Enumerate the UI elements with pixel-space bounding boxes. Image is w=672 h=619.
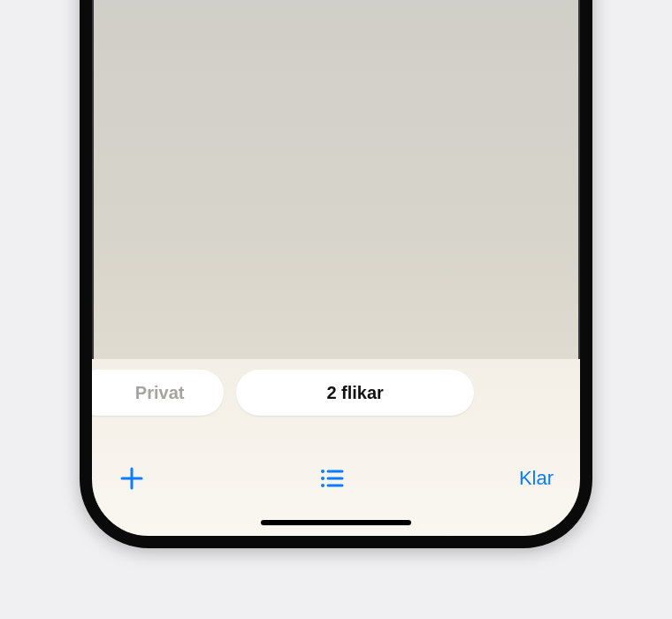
done-label: Klar [519, 467, 554, 489]
tab-group-label: Privat [135, 383, 185, 403]
tab-group-label: 2 flikar [326, 383, 383, 403]
screen: Polyester Dinosaur Polyester Dinosaur Pr… [92, 0, 580, 536]
tab-group-scroller[interactable]: Privat 2 flikar [92, 370, 580, 416]
phone-frame: Polyester Dinosaur Polyester Dinosaur Pr… [80, 0, 592, 548]
tab-group-private[interactable]: Privat [92, 370, 224, 416]
tab-group-tabs[interactable]: 2 flikar [236, 370, 474, 416]
svg-point-2 [321, 484, 325, 487]
plus-icon [118, 465, 145, 492]
device-card: Polyester Dinosaur Polyester Dinosaur Pr… [18, 0, 654, 548]
bottom-toolbar-area: Privat 2 flikar [92, 359, 580, 536]
done-button[interactable]: Klar [519, 467, 554, 490]
home-indicator[interactable] [261, 520, 411, 525]
bottom-toolbar: Klar [92, 465, 580, 492]
svg-point-0 [321, 470, 325, 473]
tab-groups-list-button[interactable] [318, 465, 345, 492]
list-icon [318, 465, 345, 492]
svg-point-1 [321, 477, 325, 480]
new-tab-button[interactable] [118, 465, 145, 492]
